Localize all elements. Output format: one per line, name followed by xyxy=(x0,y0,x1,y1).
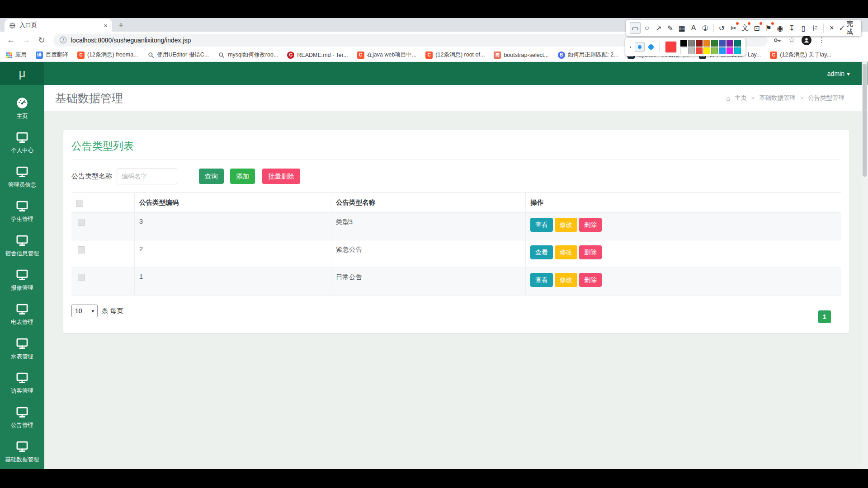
undo-icon[interactable]: ↺ xyxy=(717,22,727,34)
edit-button[interactable]: 修改 xyxy=(555,218,577,232)
color-swatch[interactable] xyxy=(734,47,741,54)
color-swatch[interactable] xyxy=(726,47,733,54)
search-favicon-icon xyxy=(218,52,225,59)
sidebar-item-profile[interactable]: 个人中心 xyxy=(0,126,44,160)
cut-icon[interactable]: ✂ xyxy=(728,22,739,34)
capture-done-button[interactable]: ✓ 完成 xyxy=(839,20,858,36)
tab-close-icon[interactable]: × xyxy=(104,22,108,29)
color-swatch[interactable] xyxy=(703,40,710,47)
color-swatch[interactable] xyxy=(696,40,703,47)
row-checkbox[interactable] xyxy=(78,274,85,281)
sidebar-item-visitors[interactable]: 访客管理 xyxy=(0,366,44,400)
pen-tool-icon[interactable]: ✎ xyxy=(665,22,676,34)
row-checkbox[interactable] xyxy=(78,219,85,226)
view-button[interactable]: 查看 xyxy=(530,218,553,232)
number-tool-icon[interactable]: ① xyxy=(700,22,711,34)
color-swatch[interactable] xyxy=(688,47,695,54)
bookmark-item[interactable]: 简 bootstrap-select... xyxy=(494,52,548,59)
profile-avatar[interactable] xyxy=(802,35,811,45)
color-swatch[interactable] xyxy=(711,47,718,54)
toolbar-divider xyxy=(823,23,824,33)
page-scrollbar[interactable] xyxy=(862,62,868,469)
page-1-button[interactable]: 1 xyxy=(818,310,831,323)
delete-button[interactable]: 删除 xyxy=(579,218,602,232)
bookmark-item[interactable]: C (12条消息) freema... xyxy=(77,51,138,59)
bookmark-item[interactable]: C 在java web项目中... xyxy=(357,51,417,59)
bookmark-item[interactable]: C (12条消息) 关于lay... xyxy=(770,51,831,59)
monitor-icon xyxy=(16,371,28,384)
select-all-checkbox[interactable] xyxy=(76,200,83,207)
download-icon[interactable]: ↧ xyxy=(786,22,797,34)
edit-button[interactable]: 修改 xyxy=(555,273,577,287)
sidebar-item-home[interactable]: 主页 xyxy=(0,91,44,126)
user-menu[interactable]: admin ▾ xyxy=(827,70,850,77)
color-swatch[interactable] xyxy=(726,40,733,47)
color-swatch[interactable] xyxy=(734,40,741,47)
bookmark-item[interactable]: 译 百度翻译 xyxy=(36,51,68,59)
arrow-tool-icon[interactable]: ↗ xyxy=(653,22,664,34)
sidebar-item-water-meter[interactable]: 水表管理 xyxy=(0,332,44,366)
breadcrumb-section[interactable]: 基础数据管理 xyxy=(759,94,796,102)
reload-icon[interactable]: ↻ xyxy=(35,35,48,45)
bookmark-item[interactable]: mysql如何修改roo... xyxy=(218,51,278,59)
device-icon[interactable]: ▯ xyxy=(798,22,809,34)
color-swatch[interactable] xyxy=(719,47,726,54)
forward-icon[interactable]: → xyxy=(20,35,33,45)
stroke-size-large[interactable] xyxy=(648,44,654,50)
add-button[interactable]: 添加 xyxy=(230,169,255,184)
sidebar-item-dorm-info[interactable]: 宿舍信息管理 xyxy=(0,229,44,263)
color-swatch[interactable] xyxy=(680,47,687,54)
url-text[interactable]: localhost:8080/susheguanlixitong/index.j… xyxy=(71,37,191,44)
bookmark-item[interactable]: B 如何用正则匹配: 2... xyxy=(558,51,618,59)
bookmark-star-icon[interactable]: ☆ xyxy=(788,35,795,45)
delete-button[interactable]: 删除 xyxy=(579,273,602,287)
color-swatch[interactable] xyxy=(680,40,687,47)
row-checkbox[interactable] xyxy=(78,246,85,253)
sidebar-item-repair[interactable]: 报修管理 xyxy=(0,263,44,297)
bookmark-apps[interactable]: 应用 xyxy=(5,51,27,59)
color-swatch[interactable] xyxy=(688,40,695,47)
text-tool-icon[interactable]: A xyxy=(688,22,699,34)
browser-menu-icon[interactable]: ⋮ xyxy=(818,36,825,44)
ocr-icon[interactable]: ⊡ xyxy=(751,22,762,34)
bookmark-item[interactable]: C (12条消息) root of... xyxy=(425,51,485,59)
pin-icon[interactable]: ⚑ xyxy=(763,22,774,34)
translate-icon[interactable]: 文 xyxy=(740,22,750,34)
view-button[interactable]: 查看 xyxy=(530,273,553,287)
cancel-capture-icon[interactable]: × xyxy=(826,22,837,34)
color-swatch[interactable] xyxy=(696,47,703,54)
scrollbar-thumb[interactable] xyxy=(863,64,867,177)
record-icon[interactable]: ◉ xyxy=(775,22,786,34)
ellipse-tool-icon[interactable]: ○ xyxy=(642,22,652,34)
site-info-icon[interactable]: i xyxy=(60,37,66,43)
edit-button[interactable]: 修改 xyxy=(555,245,577,259)
color-swatch[interactable] xyxy=(711,40,718,47)
current-color-swatch[interactable] xyxy=(665,41,677,53)
view-button[interactable]: 查看 xyxy=(530,245,553,259)
page-size-select[interactable]: 10 ▾ xyxy=(71,305,98,317)
rect-tool-icon[interactable]: ▭ xyxy=(630,22,641,34)
bookmark-item[interactable]: G README.md · Ter... xyxy=(287,52,348,59)
flag-icon[interactable]: ⚐ xyxy=(810,22,821,34)
color-swatch[interactable] xyxy=(703,47,710,54)
app-logo[interactable]: μ xyxy=(0,62,44,85)
sidebar-item-admin-info[interactable]: 管理员信息 xyxy=(0,160,44,194)
batch-delete-button[interactable]: 批量删除 xyxy=(262,169,300,184)
mosaic-tool-icon[interactable]: ▦ xyxy=(676,22,687,34)
back-icon[interactable]: ← xyxy=(5,35,17,45)
bookmark-item[interactable]: 使用UEditor 报错C... xyxy=(147,51,209,59)
search-input[interactable] xyxy=(117,169,177,184)
sidebar-item-students[interactable]: 学生管理 xyxy=(0,194,44,229)
stroke-size-medium-selected[interactable] xyxy=(635,42,645,52)
sidebar-item-electric-meter[interactable]: 电表管理 xyxy=(0,297,44,332)
new-tab-button[interactable]: + xyxy=(118,20,123,30)
color-swatch[interactable] xyxy=(719,40,726,47)
delete-button[interactable]: 删除 xyxy=(579,245,602,259)
breadcrumb-home[interactable]: 主页 xyxy=(735,94,747,102)
stroke-size-small[interactable] xyxy=(630,47,631,48)
sidebar-item-announcements[interactable]: 公告管理 xyxy=(0,400,44,435)
query-button[interactable]: 查询 xyxy=(199,169,224,184)
sidebar-item-base-data[interactable]: 基础数据管理 xyxy=(0,435,44,469)
password-key-icon[interactable] xyxy=(773,36,782,45)
browser-tab[interactable]: 入口页 × xyxy=(5,19,112,32)
